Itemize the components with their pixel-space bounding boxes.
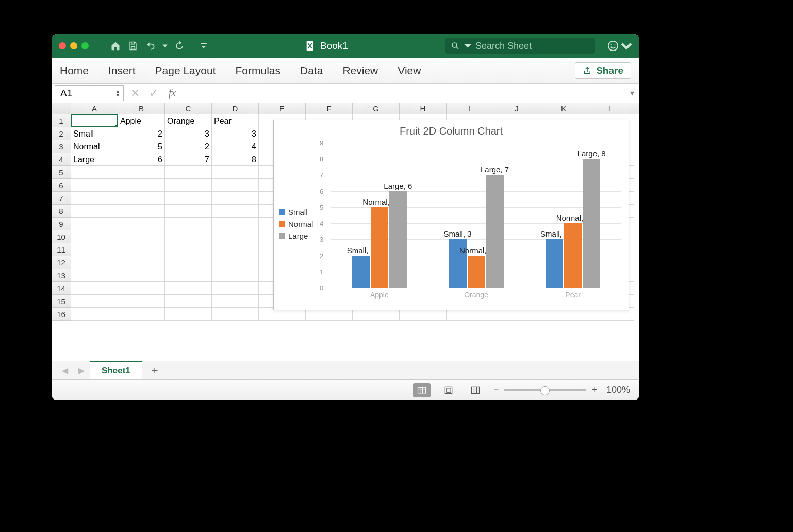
search-sheet-box[interactable]: Search Sheet bbox=[445, 38, 595, 54]
tab-view[interactable]: View bbox=[398, 64, 421, 77]
cell-C7[interactable] bbox=[165, 192, 212, 205]
cell-D1[interactable]: Pear bbox=[212, 114, 259, 127]
cell-D9[interactable] bbox=[212, 218, 259, 230]
cell-C16[interactable] bbox=[165, 308, 212, 321]
col-header-D[interactable]: D bbox=[212, 103, 259, 114]
cell-D7[interactable] bbox=[212, 192, 259, 205]
row-header[interactable]: 1 bbox=[52, 114, 71, 127]
zoom-level[interactable]: 100% bbox=[606, 385, 630, 395]
cell-D14[interactable] bbox=[212, 282, 259, 295]
name-box-stepper[interactable]: ▲▼ bbox=[115, 89, 120, 97]
cell-C10[interactable] bbox=[165, 230, 212, 243]
expand-formula-bar[interactable]: ▾ bbox=[624, 84, 639, 103]
row-header[interactable]: 7 bbox=[52, 192, 71, 205]
tab-home[interactable]: Home bbox=[60, 64, 89, 77]
tab-review[interactable]: Review bbox=[342, 64, 378, 77]
col-header-G[interactable]: G bbox=[353, 103, 400, 114]
cell-D6[interactable] bbox=[212, 179, 259, 192]
share-button[interactable]: Share bbox=[575, 62, 631, 79]
col-header-F[interactable]: F bbox=[306, 103, 353, 114]
cell-A6[interactable] bbox=[71, 179, 118, 192]
row-header[interactable]: 14 bbox=[52, 282, 71, 295]
cell-D2[interactable]: 3 bbox=[212, 127, 259, 140]
cell-D3[interactable]: 4 bbox=[212, 140, 259, 153]
prev-sheet-button[interactable]: ◀ bbox=[57, 365, 73, 375]
home-icon[interactable] bbox=[109, 40, 122, 52]
tab-page-layout[interactable]: Page Layout bbox=[155, 64, 216, 77]
cell-B2[interactable]: 2 bbox=[118, 127, 165, 140]
chart-bar[interactable] bbox=[564, 223, 582, 288]
minimize-window-button[interactable] bbox=[70, 42, 77, 49]
cell-A7[interactable] bbox=[71, 192, 118, 205]
row-header[interactable]: 13 bbox=[52, 269, 71, 282]
cell-A11[interactable] bbox=[71, 243, 118, 256]
cell-B4[interactable]: 6 bbox=[118, 153, 165, 166]
row-header[interactable]: 4 bbox=[52, 153, 71, 166]
cell-D12[interactable] bbox=[212, 256, 259, 269]
col-header-E[interactable]: E bbox=[259, 103, 306, 114]
formula-input[interactable] bbox=[181, 84, 624, 103]
cell-C3[interactable]: 2 bbox=[165, 140, 212, 153]
col-header-A[interactable]: A bbox=[71, 103, 118, 114]
chart-bar[interactable] bbox=[352, 256, 370, 288]
cell-A5[interactable] bbox=[71, 166, 118, 179]
cell-A9[interactable] bbox=[71, 218, 118, 230]
cell-D10[interactable] bbox=[212, 230, 259, 243]
cell-B11[interactable] bbox=[118, 243, 165, 256]
col-header-I[interactable]: I bbox=[447, 103, 493, 114]
cell-A12[interactable] bbox=[71, 256, 118, 269]
cell-C6[interactable] bbox=[165, 179, 212, 192]
chart-bar[interactable] bbox=[546, 239, 563, 288]
cell-B10[interactable] bbox=[118, 230, 165, 243]
row-header[interactable]: 8 bbox=[52, 205, 71, 218]
cell-A1[interactable] bbox=[71, 114, 118, 127]
chart-bar[interactable] bbox=[389, 191, 407, 288]
view-normal-button[interactable] bbox=[413, 383, 431, 397]
cell-A2[interactable]: Small bbox=[71, 127, 118, 140]
save-icon[interactable] bbox=[127, 40, 139, 52]
cell-A15[interactable] bbox=[71, 295, 118, 308]
cell-D8[interactable] bbox=[212, 205, 259, 218]
cell-A10[interactable] bbox=[71, 230, 118, 243]
row-header[interactable]: 11 bbox=[52, 243, 71, 256]
tab-data[interactable]: Data bbox=[300, 64, 323, 77]
select-all-corner[interactable] bbox=[52, 103, 71, 114]
row-header[interactable]: 9 bbox=[52, 218, 71, 230]
embedded-chart[interactable]: Fruit 2D Column Chart Small Normal Large… bbox=[273, 120, 629, 310]
row-header[interactable]: 12 bbox=[52, 256, 71, 269]
cell-A13[interactable] bbox=[71, 269, 118, 282]
cell-D15[interactable] bbox=[212, 295, 259, 308]
cell-D5[interactable] bbox=[212, 166, 259, 179]
cell-D16[interactable] bbox=[212, 308, 259, 321]
cell-C15[interactable] bbox=[165, 295, 212, 308]
cell-C1[interactable]: Orange bbox=[165, 114, 212, 127]
cell-B14[interactable] bbox=[118, 282, 165, 295]
undo-dropdown-icon[interactable] bbox=[162, 40, 168, 52]
row-header[interactable]: 3 bbox=[52, 140, 71, 153]
qat-customize-icon[interactable] bbox=[200, 40, 207, 52]
row-header[interactable]: 6 bbox=[52, 179, 71, 192]
cell-A4[interactable]: Large bbox=[71, 153, 118, 166]
next-sheet-button[interactable]: ▶ bbox=[73, 365, 90, 375]
col-header-B[interactable]: B bbox=[118, 103, 165, 114]
cell-B7[interactable] bbox=[118, 192, 165, 205]
zoom-out-button[interactable]: − bbox=[493, 385, 499, 395]
sheet-tab-sheet1[interactable]: Sheet1 bbox=[90, 361, 142, 379]
cell-B3[interactable]: 5 bbox=[118, 140, 165, 153]
undo-icon[interactable] bbox=[144, 40, 157, 52]
col-header-C[interactable]: C bbox=[165, 103, 212, 114]
chart-bar[interactable] bbox=[468, 256, 485, 288]
cell-C13[interactable] bbox=[165, 269, 212, 282]
confirm-formula-button[interactable]: ✓ bbox=[144, 84, 163, 103]
cell-B15[interactable] bbox=[118, 295, 165, 308]
col-header-J[interactable]: J bbox=[493, 103, 540, 114]
cell-A16[interactable] bbox=[71, 308, 118, 321]
add-sheet-button[interactable]: + bbox=[142, 364, 168, 377]
row-header[interactable]: 5 bbox=[52, 166, 71, 179]
view-page-layout-button[interactable] bbox=[440, 383, 457, 397]
cell-D13[interactable] bbox=[212, 269, 259, 282]
close-window-button[interactable] bbox=[59, 42, 66, 49]
cell-B1[interactable]: Apple bbox=[118, 114, 165, 127]
cell-A8[interactable] bbox=[71, 205, 118, 218]
fx-button[interactable]: fx bbox=[163, 84, 181, 103]
